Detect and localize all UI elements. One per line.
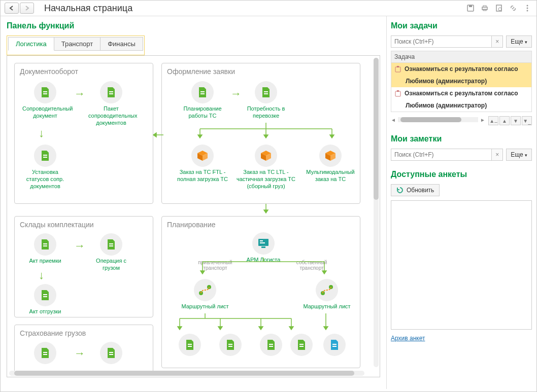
task-row[interactable]: Ознакомиться с результатом согласо bbox=[391, 87, 531, 99]
tab-transport[interactable]: Транспорт bbox=[54, 37, 101, 51]
surveys-list bbox=[391, 200, 532, 330]
node-need[interactable]: Потребность в перевозке bbox=[243, 81, 289, 120]
svg-rect-35 bbox=[188, 346, 192, 347]
tasks-down-button[interactable]: ▼ bbox=[511, 116, 521, 125]
svg-rect-29 bbox=[260, 242, 265, 243]
svg-rect-25 bbox=[43, 296, 47, 297]
svg-rect-50 bbox=[395, 91, 400, 96]
tasks-search-clear[interactable]: × bbox=[491, 36, 502, 47]
svg-rect-13 bbox=[109, 93, 113, 94]
node-status-set[interactable]: Установка статусов сопр. документов bbox=[22, 145, 68, 190]
diagram-scrollbar-v[interactable] bbox=[374, 58, 379, 367]
svg-rect-46 bbox=[109, 352, 113, 353]
node-accomp-doc[interactable]: Сопроводительный документ bbox=[22, 81, 68, 120]
tasks-search-input[interactable] bbox=[391, 36, 491, 47]
task-row-sub[interactable]: Любимов (администратор) bbox=[391, 99, 531, 112]
tasks-up-button[interactable]: ▲ bbox=[499, 116, 510, 125]
svg-rect-12 bbox=[109, 91, 113, 92]
node-doc-row-2[interactable] bbox=[208, 334, 253, 358]
svg-rect-28 bbox=[260, 240, 263, 241]
svg-rect-22 bbox=[109, 243, 113, 244]
node-route1[interactable]: Маршрутный лист bbox=[180, 279, 230, 310]
node-insurance-2[interactable] bbox=[88, 342, 134, 366]
task-icon bbox=[394, 90, 401, 97]
node-doc-row-1[interactable] bbox=[167, 334, 213, 358]
tasks-more-button[interactable]: Еще ▾ bbox=[506, 35, 532, 48]
svg-rect-39 bbox=[269, 346, 273, 347]
surveys-title: Доступные анкеты bbox=[391, 170, 532, 179]
node-multi[interactable]: Мультимодальный заказ на ТС bbox=[303, 145, 358, 183]
notes-search-input[interactable] bbox=[391, 149, 491, 160]
tasks-first-button[interactable]: ▲_ bbox=[488, 116, 498, 125]
svg-point-9 bbox=[527, 10, 528, 12]
group-warehouses-title: Склады комплектации bbox=[15, 217, 153, 231]
surveys-archive-link[interactable]: Архив анкет bbox=[391, 335, 425, 342]
node-act-out[interactable]: Акт отгрузки bbox=[22, 284, 68, 315]
arrow-icon: → bbox=[230, 87, 242, 100]
node-plan-ts[interactable]: Планирование работы ТС bbox=[180, 81, 225, 120]
task-row-sub[interactable]: Любимов (администратор) bbox=[391, 75, 531, 87]
arrow-icon: → bbox=[74, 239, 85, 253]
svg-point-6 bbox=[498, 8, 501, 11]
node-route2[interactable]: Маршрутный лист bbox=[301, 279, 352, 310]
svg-rect-24 bbox=[43, 294, 47, 295]
group-docflow-title: Документооборот bbox=[15, 63, 153, 78]
page-title: Начальная страница bbox=[44, 3, 132, 14]
tasks-hscroll[interactable] bbox=[398, 117, 478, 122]
nav-forward-button[interactable] bbox=[20, 3, 34, 14]
tab-finance[interactable]: Финансы bbox=[100, 37, 143, 51]
svg-rect-3 bbox=[483, 6, 486, 7]
diagram-area: Документооборот Сопроводительный докумен… bbox=[7, 55, 380, 377]
svg-rect-41 bbox=[299, 346, 304, 347]
svg-rect-42 bbox=[332, 344, 337, 345]
svg-rect-38 bbox=[269, 344, 273, 345]
svg-rect-45 bbox=[43, 354, 47, 355]
surveys-refresh-button[interactable]: Обновить bbox=[391, 184, 440, 196]
preview-icon[interactable] bbox=[494, 3, 504, 13]
tasks-column-header: Задача bbox=[391, 51, 532, 63]
node-act-in[interactable]: Акт приемки bbox=[22, 233, 68, 265]
arrow-icon: ↓ bbox=[39, 269, 44, 282]
print-icon[interactable] bbox=[480, 3, 490, 13]
node-packet-docs[interactable]: Пакет сопроводительных документов bbox=[88, 81, 134, 126]
svg-rect-27 bbox=[261, 246, 265, 248]
diagram-scrollbar-h[interactable] bbox=[9, 371, 364, 376]
node-cargo-op[interactable]: Операция с грузом bbox=[88, 233, 134, 272]
functions-panel-title: Панель функций bbox=[7, 21, 380, 30]
svg-point-8 bbox=[527, 8, 528, 9]
link-icon[interactable] bbox=[508, 3, 518, 13]
svg-rect-17 bbox=[200, 93, 205, 94]
svg-rect-10 bbox=[43, 91, 47, 92]
notes-search-clear[interactable]: × bbox=[491, 149, 502, 160]
task-row[interactable]: Ознакомиться с результатом согласо bbox=[391, 63, 531, 75]
svg-rect-15 bbox=[43, 157, 47, 158]
svg-rect-20 bbox=[43, 243, 47, 244]
arrow-icon: ↓ bbox=[39, 127, 44, 140]
my-tasks-title: Мои задачи bbox=[391, 21, 532, 30]
more-icon[interactable] bbox=[522, 3, 532, 13]
svg-rect-44 bbox=[43, 352, 47, 353]
svg-rect-36 bbox=[228, 344, 232, 345]
node-ftl[interactable]: Заказ на ТС FTL - полная загрузка ТС bbox=[175, 145, 230, 183]
nav-back-button[interactable] bbox=[5, 3, 19, 14]
svg-rect-37 bbox=[228, 346, 232, 347]
tasks-list: Ознакомиться с результатом согласо Любим… bbox=[391, 63, 532, 112]
svg-rect-1 bbox=[469, 5, 472, 7]
tab-logistics[interactable]: Логистика bbox=[8, 37, 54, 51]
svg-rect-18 bbox=[264, 91, 268, 92]
tasks-last-button[interactable]: ▼_ bbox=[522, 116, 532, 125]
node-insurance-1[interactable] bbox=[22, 342, 68, 366]
svg-point-7 bbox=[527, 5, 528, 7]
save-icon[interactable] bbox=[465, 3, 476, 13]
group-insurance-title: Страхование грузов bbox=[15, 325, 153, 339]
node-ltl[interactable]: Заказ на ТС LTL - частичная загрузка ТС … bbox=[236, 145, 296, 190]
group-order-title: Оформление заявки bbox=[162, 63, 360, 78]
svg-rect-51 bbox=[397, 90, 399, 92]
node-doc-row-5[interactable] bbox=[312, 334, 357, 358]
arrow-icon: → bbox=[74, 347, 85, 360]
svg-rect-11 bbox=[43, 93, 47, 94]
notes-more-button[interactable]: Еще ▾ bbox=[506, 149, 532, 161]
svg-rect-14 bbox=[43, 155, 47, 156]
svg-rect-21 bbox=[43, 245, 47, 246]
svg-rect-40 bbox=[299, 344, 304, 345]
